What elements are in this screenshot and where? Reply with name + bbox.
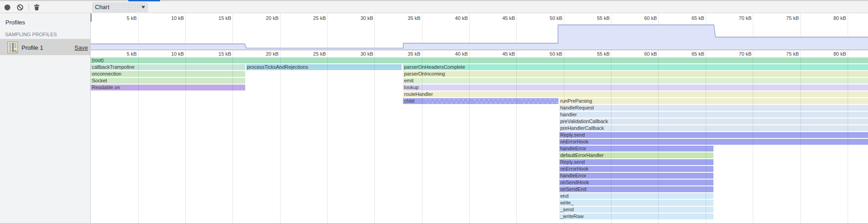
svg-text:%: % <box>14 49 17 53</box>
